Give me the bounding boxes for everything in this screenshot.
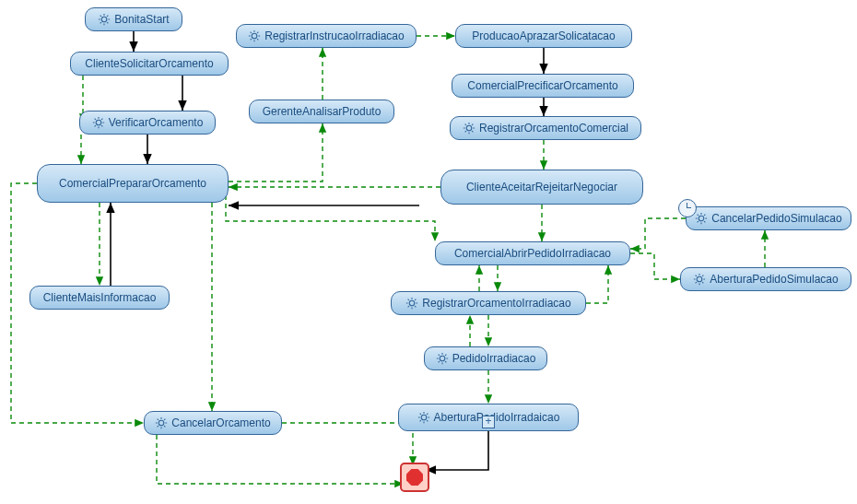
node-cancelar-pedido-simulacao[interactable]: CancelarPedidoSimulacao bbox=[686, 206, 851, 230]
node-producao-aprazar-solicitacao[interactable]: ProducaoAprazarSolicatacao bbox=[455, 24, 632, 48]
node-label: RegistrarInstrucaoIrradiacao bbox=[264, 29, 404, 42]
node-label: CancelarOrcamento bbox=[171, 416, 270, 429]
node-cliente-mais-informacao[interactable]: ClienteMaisInformacao bbox=[29, 286, 170, 310]
svg-point-6 bbox=[409, 300, 415, 306]
stop-icon bbox=[406, 469, 423, 486]
edge bbox=[630, 253, 680, 279]
gear-icon bbox=[695, 212, 708, 225]
gear-icon bbox=[248, 29, 261, 42]
edge bbox=[586, 265, 608, 303]
node-label: AberturaPedidoSimulacao bbox=[710, 273, 838, 286]
node-verificar-orcamento[interactable]: VerificarOrcamento bbox=[79, 111, 216, 135]
node-label: ProducaoAprazarSolicatacao bbox=[472, 29, 615, 42]
svg-point-1 bbox=[252, 33, 257, 39]
gear-icon bbox=[463, 122, 475, 135]
gear-icon bbox=[436, 352, 449, 365]
gear-icon bbox=[417, 411, 430, 424]
gear-icon bbox=[98, 13, 111, 26]
gear-icon bbox=[92, 116, 105, 129]
svg-point-3 bbox=[466, 125, 472, 131]
gear-icon bbox=[405, 297, 418, 310]
node-registrar-instrucao-irradiacao[interactable]: RegistrarInstrucaoIrradiacao bbox=[236, 24, 417, 48]
node-label: ComercialAbrirPedidoIrradiacao bbox=[454, 247, 611, 260]
svg-point-8 bbox=[158, 420, 164, 426]
node-label: ClienteAceitarRejeitarNegociar bbox=[466, 181, 617, 193]
node-label: ComercialPrecificarOrcamento bbox=[467, 79, 617, 92]
svg-point-5 bbox=[697, 276, 702, 282]
node-abertura-pedido-simulacao[interactable]: AberturaPedidoSimulacao bbox=[680, 267, 851, 291]
node-label: GerenteAnalisarProduto bbox=[263, 105, 382, 118]
node-label: ClienteMaisInformacao bbox=[43, 291, 157, 304]
edge bbox=[426, 431, 488, 470]
edge bbox=[229, 123, 323, 182]
gear-icon bbox=[693, 273, 706, 286]
subprocess-icon: + bbox=[482, 416, 495, 428]
node-gerente-analisar-produto[interactable]: GerenteAnalisarProduto bbox=[249, 100, 394, 123]
svg-point-7 bbox=[440, 356, 445, 361]
node-cliente-aceitar-rejeitar-negociar[interactable]: ClienteAceitarRejeitarNegociar bbox=[440, 170, 643, 205]
node-label: BonitaStart bbox=[114, 13, 169, 26]
svg-point-0 bbox=[102, 17, 108, 22]
svg-point-4 bbox=[699, 216, 704, 221]
edge bbox=[630, 218, 686, 249]
node-label: ComercialPrepararOrcamento bbox=[59, 177, 206, 190]
node-label: VerificarOrcamento bbox=[109, 116, 204, 129]
node-registrar-orcamento-irradiacao[interactable]: RegistrarOrcamentoIrradiacao bbox=[391, 291, 586, 315]
svg-point-2 bbox=[96, 120, 101, 125]
node-comercial-abrir-pedido-irradiacao[interactable]: ComercialAbrirPedidoIrradiacao bbox=[435, 241, 630, 265]
node-cancelar-orcamento[interactable]: CancelarOrcamento bbox=[144, 411, 282, 435]
node-bonita-start[interactable]: BonitaStart bbox=[85, 7, 182, 31]
node-pedido-irradiacao[interactable]: PedidoIrradiacao bbox=[424, 346, 547, 370]
node-comercial-preparar-orcamento[interactable]: ComercialPrepararOrcamento bbox=[37, 164, 229, 203]
node-label: RegistrarOrcamentoIrradiacao bbox=[422, 297, 570, 310]
workflow-canvas: BonitaStart ClienteSolicitarOrcamento Re… bbox=[0, 0, 857, 504]
node-label: ClienteSolicitarOrcamento bbox=[85, 57, 213, 70]
node-comercial-precificar-orcamento[interactable]: ComercialPrecificarOrcamento bbox=[452, 74, 634, 98]
node-cliente-solicitar-orcamento[interactable]: ClienteSolicitarOrcamento bbox=[70, 52, 229, 76]
end-event[interactable] bbox=[400, 463, 429, 492]
node-label: PedidoIrradiacao bbox=[452, 352, 536, 365]
node-label: RegistrarOrcamentoComercial bbox=[479, 122, 628, 135]
node-label: AberturaPedidoIrradaicao bbox=[434, 411, 560, 424]
edge bbox=[226, 195, 435, 241]
edge bbox=[157, 435, 404, 484]
node-label: CancelarPedidoSimulacao bbox=[711, 212, 841, 225]
clock-icon bbox=[678, 199, 697, 217]
svg-point-9 bbox=[421, 415, 427, 420]
edge bbox=[282, 423, 413, 465]
node-registrar-orcamento-comercial[interactable]: RegistrarOrcamentoComercial bbox=[450, 116, 641, 140]
gear-icon bbox=[155, 416, 168, 429]
node-abertura-pedido-irradaicao[interactable]: AberturaPedidoIrradaicao + bbox=[398, 404, 579, 431]
